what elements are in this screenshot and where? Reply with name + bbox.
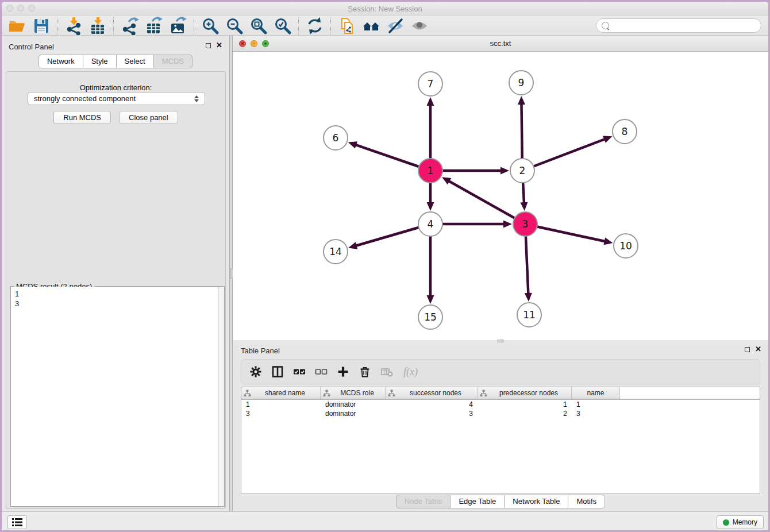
unchecked-boxes-icon <box>315 365 328 378</box>
clone-network-icon <box>338 17 356 35</box>
fx-icon: f(x) <box>402 365 423 378</box>
tab-style[interactable]: Style <box>83 55 117 68</box>
graph-node-3[interactable]: 3 <box>513 212 537 236</box>
edge-4-14[interactable] <box>348 224 430 249</box>
show-panels-button[interactable] <box>7 515 27 529</box>
graph-node-15[interactable]: 15 <box>418 305 442 329</box>
zoom-fit-button[interactable] <box>249 17 268 35</box>
edge-3-10[interactable] <box>525 224 613 245</box>
add-column-button[interactable] <box>337 365 349 378</box>
toolbar-separator <box>57 17 58 34</box>
graph-node-7[interactable]: 7 <box>418 72 442 96</box>
table-header-row: shared nameMCDS rolesuccessor nodesprede… <box>241 387 760 400</box>
result-scrollbar[interactable] <box>218 287 224 506</box>
graph-node-8[interactable]: 8 <box>613 119 637 144</box>
window-title: Session: New Session <box>2 2 768 16</box>
float-table-panel-icon[interactable] <box>745 347 750 352</box>
export-table-button[interactable] <box>145 17 163 35</box>
zoom-fit-icon <box>249 17 268 35</box>
table-settings-button[interactable] <box>249 365 262 378</box>
sort-hierarchy-icon <box>323 390 330 397</box>
table-row[interactable]: 3dominator323 <box>241 409 760 418</box>
table-row[interactable]: 1dominator411 <box>241 400 760 409</box>
import-table-button[interactable] <box>88 17 107 35</box>
graph-node-1[interactable]: 1 <box>418 159 442 183</box>
edge-2-8[interactable] <box>522 136 613 171</box>
run-mcds-button[interactable]: Run MCDS <box>53 111 111 124</box>
checked-boxes-icon <box>293 365 306 378</box>
mcds-result-list[interactable]: 13 <box>11 287 218 506</box>
edge-1-6[interactable] <box>348 141 430 171</box>
refresh-view-button[interactable] <box>306 17 324 35</box>
open-session-button[interactable] <box>8 17 26 35</box>
svg-text:3: 3 <box>522 218 529 230</box>
network-graph[interactable]: 7968124314101511 <box>233 52 768 340</box>
show-all-networks-button[interactable] <box>362 17 380 35</box>
title-bar: Session: New Session <box>2 2 768 17</box>
toggle-columns-button[interactable] <box>271 365 284 378</box>
select-all-columns-button[interactable] <box>293 365 306 378</box>
svg-text:9: 9 <box>518 77 525 88</box>
close-table-panel-icon[interactable]: ✕ <box>755 346 761 352</box>
open-folder-icon <box>8 17 26 35</box>
tab-node-table[interactable]: Node Table <box>396 495 451 508</box>
save-session-button[interactable] <box>32 17 51 35</box>
zoom-selected-button[interactable] <box>274 17 292 35</box>
graph-node-6[interactable]: 6 <box>324 126 348 150</box>
tab-select[interactable]: Select <box>117 55 154 68</box>
tab-network[interactable]: Network <box>38 55 83 68</box>
result-line: 1 <box>15 289 218 299</box>
show-selected-button[interactable] <box>410 17 429 35</box>
tab-motifs[interactable]: Motifs <box>568 495 605 508</box>
memory-button[interactable]: Memory <box>717 515 764 529</box>
clone-network-button[interactable] <box>338 17 356 35</box>
zoom-in-icon <box>201 17 220 35</box>
table-cell: 2 <box>478 410 572 418</box>
network-window-titlebar[interactable]: ✕ − + scc.txt <box>233 36 768 52</box>
table-panel-title: Table Panel <box>241 346 280 355</box>
columns-icon <box>271 365 284 378</box>
float-panel-icon[interactable] <box>206 43 211 48</box>
delete-table-button-disabled <box>380 365 393 378</box>
eye-slash-icon <box>386 17 405 35</box>
graph-node-9[interactable]: 9 <box>509 71 533 95</box>
delete-column-button[interactable] <box>359 365 371 378</box>
column-header-successor-nodes[interactable]: successor nodes <box>386 387 478 399</box>
graph-node-11[interactable]: 11 <box>517 303 541 327</box>
deselect-all-columns-button[interactable] <box>315 365 328 378</box>
column-header-MCDS-role[interactable]: MCDS role <box>321 387 386 399</box>
graph-node-14[interactable]: 14 <box>324 240 348 264</box>
graph-node-2[interactable]: 2 <box>510 159 534 183</box>
svg-text:1: 1 <box>428 165 434 176</box>
hide-selected-button[interactable] <box>386 17 405 35</box>
column-header-predecessor-nodes[interactable]: predecessor nodes <box>478 387 572 399</box>
tab-mcds[interactable]: MCDS <box>154 55 192 68</box>
close-panel-button[interactable]: Close panel <box>119 111 178 124</box>
optimization-criterion-select[interactable]: strongly connected component <box>28 92 205 105</box>
export-network-button[interactable] <box>121 17 139 35</box>
graph-node-10[interactable]: 10 <box>614 234 638 258</box>
export-image-icon <box>169 17 187 35</box>
search-input[interactable] <box>613 21 756 30</box>
tab-network-table[interactable]: Network Table <box>505 495 568 508</box>
export-image-button[interactable] <box>169 17 187 35</box>
graph-node-4[interactable]: 4 <box>418 212 442 236</box>
list-icon <box>12 518 22 526</box>
delete-table-icon <box>380 365 393 378</box>
column-header-name[interactable]: name <box>572 387 620 399</box>
memory-label: Memory <box>733 518 757 526</box>
import-network-button[interactable] <box>64 17 83 35</box>
svg-text:15: 15 <box>424 311 437 323</box>
close-panel-icon[interactable]: ✕ <box>216 43 222 48</box>
svg-text:f(x): f(x) <box>403 366 418 378</box>
network-canvas[interactable]: 7968124314101511 <box>233 52 768 340</box>
plus-icon <box>337 365 349 378</box>
search-field[interactable] <box>596 18 761 33</box>
tab-edge-table[interactable]: Edge Table <box>451 495 505 508</box>
zoom-out-button[interactable] <box>225 17 244 35</box>
zoom-selected-icon <box>274 17 292 35</box>
column-header-shared-name[interactable]: shared name <box>241 387 321 399</box>
horizontal-splitter-handle[interactable] <box>497 340 504 342</box>
edge-3-1[interactable] <box>442 177 525 224</box>
zoom-in-button[interactable] <box>201 17 220 35</box>
